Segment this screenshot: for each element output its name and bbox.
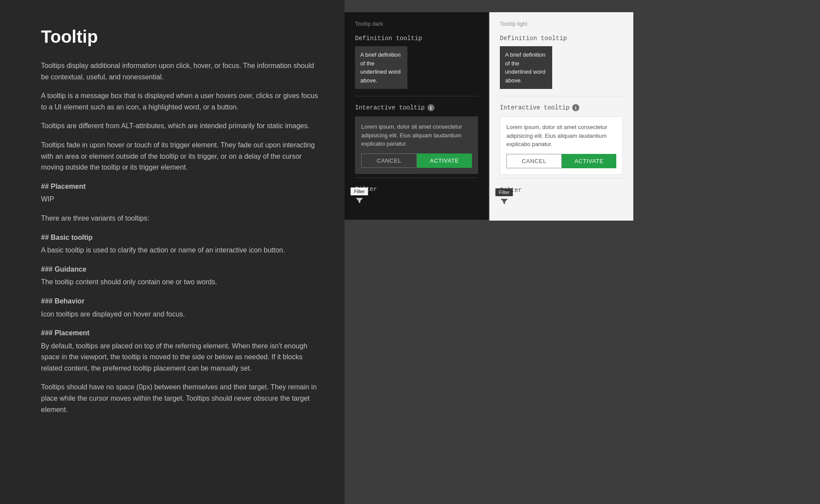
desc-1: Tooltips display additional information … [41,60,323,82]
light-interactive-popup: Lorem ipsum, dolor sit amet consectetur … [500,116,623,175]
dark-info-icon[interactable]: ℹ [427,104,434,111]
variants-intro: There are three variants of tooltips: [41,213,323,224]
light-interactive-row: Interactive tooltip ℹ [500,104,623,111]
dark-def-tooltip-title: Definition tooltip [355,35,478,42]
dark-interactive-row: Interactive tooltip ℹ [355,104,478,111]
light-activate-button[interactable]: ACTIVATE [562,154,616,168]
right-container: Tooltip dark Definition tooltip A brief … [345,0,820,504]
dark-popup-text: Lorem ipsum, dolor sit amet consectetur … [361,123,472,148]
light-def-tooltip-box: A brief definition of the underlined wor… [500,46,552,89]
guidance-h3: ### Guidance [41,264,323,275]
light-divider-2 [500,178,623,179]
no-space-desc: Tooltips should have no space (0px) betw… [41,381,323,415]
light-popup-text: Lorem ipsum, dolor sit amet consectetur … [506,123,616,149]
dark-filter-label: Filter [355,186,478,193]
page-title: Tooltip [41,26,323,47]
left-panel: Tooltip Tooltips display additional info… [0,0,345,504]
light-filter-label: Filter [500,187,623,194]
light-def-tooltip-title: Definition tooltip [500,35,623,42]
light-funnel-icon[interactable] [500,197,509,207]
placement-desc: By default, tooltips are placed on top o… [41,341,323,374]
light-interactive-label: Interactive tooltip [500,104,570,111]
dark-interactive-label: Interactive tooltip [355,104,425,111]
light-popup-actions: CANCEL ACTIVATE [506,154,616,168]
placement-h3: ### Placement [41,327,323,339]
dark-def-tooltip-box: A brief definition of the underlined wor… [355,46,407,89]
guidance-desc: The tooltip content should only contain … [41,276,323,288]
dark-funnel-icon[interactable] [355,196,364,206]
placement-h2: ## Placement [41,181,323,192]
light-cancel-button[interactable]: CANCEL [506,154,562,168]
light-panel-label: Tooltip light [500,21,623,27]
dark-activate-button[interactable]: ACTIVATE [417,153,472,168]
dark-panel-label: Tooltip dark [355,21,478,27]
light-filter-icon-container[interactable]: Filter [500,197,509,208]
placement-wip: WIP [41,194,323,205]
light-info-icon[interactable]: ℹ [572,104,579,111]
behavior-desc: Icon tooltips are displayed on hover and… [41,309,323,320]
desc-4: Tooltips fade in upon hover or touch of … [41,140,323,173]
light-divider-1 [500,96,623,96]
desc-3: Tooltips are different from ALT-attribut… [41,120,323,132]
dark-filter-section: Filter Filter [355,186,478,207]
dark-interactive-popup: Lorem ipsum, dolor sit amet consectetur … [355,116,478,174]
dark-divider-2 [355,177,478,178]
dark-divider-1 [355,96,478,96]
basic-h2: ## Basic tooltip [41,232,323,243]
dark-cancel-button[interactable]: CANCEL [361,153,417,168]
dark-popup-actions: CANCEL ACTIVATE [361,153,472,168]
basic-desc: A basic tooltip is used to clarify the a… [41,245,323,256]
tooltip-light-panel: Tooltip light Definition tooltip A brief… [489,12,633,221]
tooltip-dark-panel: Tooltip dark Definition tooltip A brief … [345,12,489,220]
light-filter-section: Filter Filter [500,187,623,208]
behavior-h3: ### Behavior [41,296,323,307]
dark-filter-icon-container[interactable]: Filter [355,196,364,207]
desc-2: A tooltip is a message box that is displ… [41,90,323,112]
